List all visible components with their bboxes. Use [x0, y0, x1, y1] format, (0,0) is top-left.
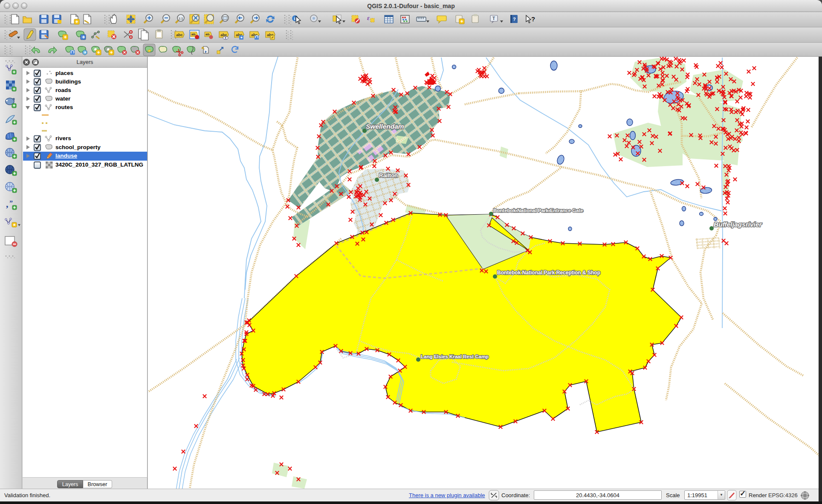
svg-text:?: ? — [531, 15, 535, 23]
svg-text:Buffeljagsrivier: Buffeljagsrivier — [714, 221, 762, 228]
svg-text:?: ? — [513, 17, 516, 22]
svg-text:T: T — [492, 16, 495, 21]
svg-text:i: i — [294, 16, 295, 21]
svg-text:abc: abc — [176, 33, 183, 37]
svg-text:1:1: 1:1 — [179, 17, 183, 20]
svg-text:ε: ε — [367, 15, 370, 21]
svg-text:Bontebok National Park Entranc: Bontebok National Park Entrance Gate — [493, 208, 583, 213]
svg-text:Lang Elsies Kraal Rest Camp: Lang Elsies Kraal Rest Camp — [421, 354, 489, 359]
svg-text:”: ” — [9, 199, 13, 207]
svg-text:Railton: Railton — [379, 172, 398, 179]
svg-text:ab: ab — [191, 32, 195, 36]
svg-text:,: , — [6, 199, 9, 209]
svg-text:Swellendam: Swellendam — [366, 123, 404, 130]
svg-text:Bontebok National Park Recepti: Bontebok National Park Reception & Shop — [497, 270, 600, 276]
svg-text:ab: ab — [206, 32, 209, 36]
